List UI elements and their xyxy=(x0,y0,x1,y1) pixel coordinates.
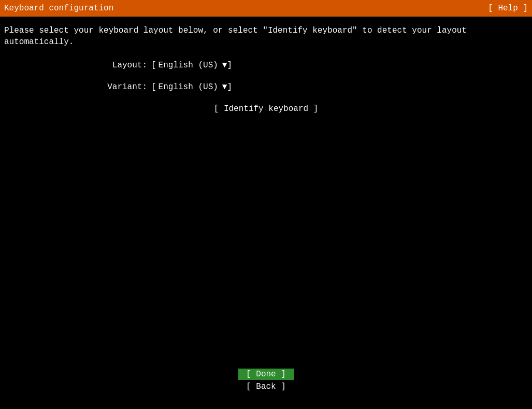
variant-row: Variant: [ English (US) ▼ ] xyxy=(4,82,528,92)
back-button[interactable]: [ Back ] xyxy=(238,381,294,392)
titlebar: Keyboard configuration [ Help ] xyxy=(0,0,532,17)
layout-row: Layout: [ English (US) ▼ ] xyxy=(4,61,528,70)
help-button[interactable]: [ Help ] xyxy=(488,4,528,13)
variant-label: Variant: xyxy=(106,82,147,92)
variant-dropdown[interactable]: [ English (US) ▼ ] xyxy=(151,82,232,92)
variant-value: English (US) xyxy=(156,82,220,92)
identify-button-row: [ Identify keyboard ] xyxy=(4,104,528,114)
layout-bracket-close: ] xyxy=(227,61,232,70)
variant-arrow-icon: ▼ xyxy=(222,82,227,92)
variant-bracket-close: ] xyxy=(227,82,232,92)
layout-bracket-open: [ xyxy=(151,61,156,70)
window-title: Keyboard configuration xyxy=(4,4,113,13)
identify-keyboard-button[interactable]: [ Identify keyboard ] xyxy=(214,104,319,114)
bottom-buttons: [ Done ] [ Back ] xyxy=(0,369,532,392)
layout-dropdown[interactable]: [ English (US) ▼ ] xyxy=(151,61,232,70)
layout-label: Layout: xyxy=(106,61,147,70)
done-button[interactable]: [ Done ] xyxy=(238,369,294,380)
layout-arrow-icon: ▼ xyxy=(222,61,227,70)
variant-bracket-open: [ xyxy=(151,82,156,92)
main-content: Please select your keyboard layout below… xyxy=(0,17,532,122)
layout-value: English (US) xyxy=(156,61,220,70)
instruction-text: Please select your keyboard layout below… xyxy=(4,25,528,48)
